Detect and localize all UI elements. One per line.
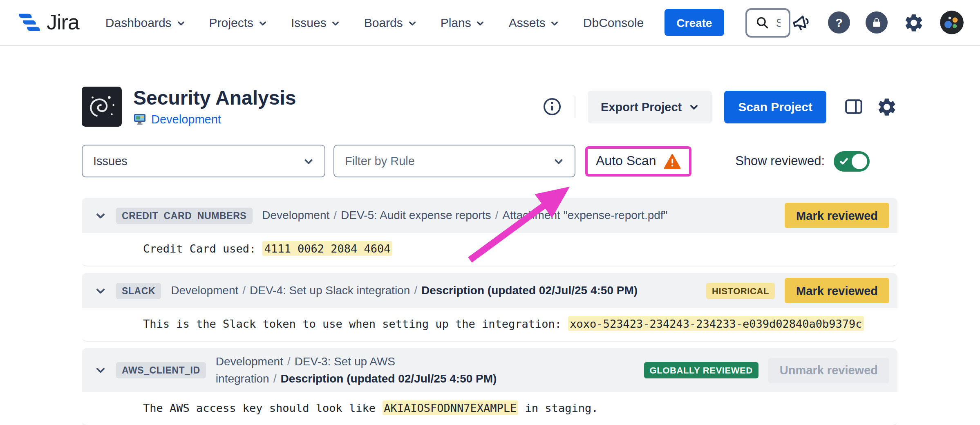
export-project-label: Export Project: [601, 100, 682, 113]
chevron-down-icon: [303, 156, 314, 166]
chevron-down-icon: [177, 17, 186, 28]
project-header: Security Analysis D: [82, 87, 897, 127]
header-actions: Export Project Scan Project: [542, 90, 897, 123]
nav-item-issues[interactable]: Issues: [291, 16, 340, 29]
sensitive-value-highlight: xoxo-523423-234243-234233-e039d02840a0b9…: [568, 316, 864, 331]
scan-project-button[interactable]: Scan Project: [724, 90, 826, 123]
snippet-text: Credit Card used:: [143, 242, 263, 255]
user-avatar[interactable]: [940, 11, 964, 34]
issues-select-value: Issues: [93, 154, 128, 168]
chevron-down-icon: [550, 17, 559, 28]
path-segment: Development: [262, 208, 329, 221]
nav-item-dashboards[interactable]: Dashboards: [105, 16, 186, 29]
search-input[interactable]: [776, 16, 781, 29]
mark-reviewed-button[interactable]: Mark reviewed: [785, 278, 889, 303]
search-box[interactable]: [745, 8, 790, 37]
nav-item-boards[interactable]: Boards: [364, 16, 417, 29]
path-segment: Description (updated 02/Jul/25 4:50 PM): [280, 372, 497, 385]
chevron-down-icon: [408, 17, 417, 28]
side-panel-icon: [844, 96, 864, 117]
collapse-chevron-icon[interactable]: [95, 210, 106, 221]
settings-button[interactable]: [903, 12, 924, 33]
avatar-image: [940, 11, 964, 34]
announcements-button[interactable]: [790, 11, 812, 34]
jira-logo[interactable]: Jira: [16, 10, 79, 35]
nav-item-label: Projects: [209, 16, 253, 29]
show-reviewed-label: Show reviewed:: [735, 154, 825, 168]
finding-header[interactable]: CREDIT_CARD_NUMBERS Development/DEV-5: A…: [82, 198, 897, 233]
export-project-button[interactable]: Export Project: [588, 90, 712, 123]
info-button[interactable]: [542, 96, 562, 117]
show-reviewed-control: Show reviewed:: [735, 151, 870, 171]
nav-item-label: DbConsole: [583, 16, 644, 29]
nav-item-label: Issues: [291, 16, 327, 29]
check-icon: [839, 157, 848, 166]
chevron-down-icon: [553, 156, 564, 166]
finding-snippet: Credit Card used: 4111 0062 2084 4604: [82, 233, 897, 266]
path-segment: DEV-5: Audit expense reports: [341, 208, 491, 221]
path-segment: Attachment "expense-report.pdf": [502, 208, 667, 221]
finding-header[interactable]: AWS_CLIENT_ID Development/DEV-3: Set up …: [82, 348, 897, 392]
details-panel-button[interactable]: [844, 96, 864, 117]
page-title: Security Analysis: [133, 88, 296, 110]
megaphone-icon: [790, 11, 812, 34]
path-separator: /: [414, 284, 417, 297]
snippet-text: in staging.: [518, 401, 598, 414]
breadcrumb-path: Development/DEV-5: Audit expense reports…: [262, 207, 775, 224]
path-separator: /: [273, 372, 277, 385]
navbar-icon-group: ?: [790, 11, 964, 34]
sensitive-value-highlight: 4111 0062 2084 4604: [263, 241, 392, 256]
path-segment: Description (updated 02/Jul/25 4:50 PM): [421, 284, 638, 297]
project-link[interactable]: Development: [151, 112, 221, 125]
nav-item-assets[interactable]: Assets: [509, 16, 559, 29]
path-segment: DEV-4: Set up Slack integration: [250, 284, 410, 297]
path-separator: /: [333, 208, 337, 221]
path-segment: Development: [171, 284, 238, 297]
status-badge-historical: HISTORICAL: [706, 282, 775, 299]
gear-icon: [876, 96, 897, 117]
path-separator: /: [287, 355, 291, 368]
breadcrumb-path: Development/DEV-3: Set up AWS integratio…: [216, 353, 634, 387]
nav-item-projects[interactable]: Projects: [209, 16, 267, 29]
sensitive-value-highlight: AKIAIOSFODNN7EXAMPLE: [382, 400, 518, 415]
collapse-chevron-icon[interactable]: [95, 365, 106, 376]
findings-list: CREDIT_CARD_NUMBERS Development/DEV-5: A…: [82, 198, 897, 425]
rule-badge: CREDIT_CARD_NUMBERS: [116, 207, 252, 224]
nav-item-label: Assets: [509, 16, 546, 29]
nav-item-plans[interactable]: Plans: [441, 16, 485, 29]
unmark-reviewed-button[interactable]: Unmark reviewed: [768, 358, 889, 383]
finding-card: CREDIT_CARD_NUMBERS Development/DEV-5: A…: [82, 198, 897, 266]
snippet-text: This is the Slack token to use when sett…: [143, 317, 568, 330]
finding-card: SLACK Development/DEV-4: Set up Slack in…: [82, 273, 897, 342]
filter-row: Issues Filter by Rule Auto Scan Sho: [82, 145, 897, 177]
auto-scan-label[interactable]: Auto Scan: [596, 154, 656, 168]
project-avatar: [82, 87, 122, 127]
finding-header[interactable]: SLACK Development/DEV-4: Set up Slack in…: [82, 273, 897, 308]
collapse-chevron-icon[interactable]: [95, 285, 106, 296]
help-button[interactable]: ?: [828, 11, 850, 34]
jira-wordmark: Jira: [47, 10, 79, 35]
nav-item-label: Plans: [441, 16, 471, 29]
project-settings-button[interactable]: [876, 96, 897, 117]
create-button[interactable]: Create: [664, 9, 724, 36]
project-type-icon: [133, 112, 146, 125]
main-content: Security Analysis D: [82, 87, 897, 425]
show-reviewed-toggle[interactable]: [834, 151, 870, 171]
chevron-down-icon: [258, 17, 267, 28]
rule-badge: SLACK: [116, 282, 161, 299]
annotation-highlight-box: Auto Scan: [585, 146, 691, 176]
gear-icon: [903, 12, 924, 33]
issues-select[interactable]: Issues: [82, 145, 325, 177]
nav-item-dbconsole[interactable]: DbConsole: [583, 16, 644, 29]
rule-select-placeholder: Filter by Rule: [345, 154, 415, 168]
chevron-down-icon: [689, 102, 699, 112]
mark-reviewed-button[interactable]: Mark reviewed: [785, 203, 889, 228]
warning-icon: [664, 153, 681, 169]
status-badge-globally-reviewed: GLOBALLY REVIEWED: [644, 362, 758, 378]
chevron-down-icon: [476, 17, 485, 28]
rule-filter-select[interactable]: Filter by Rule: [333, 145, 575, 177]
search-icon: [755, 16, 769, 29]
finding-snippet: The AWS access key should look like AKIA…: [82, 392, 897, 425]
security-button[interactable]: [866, 11, 888, 34]
rule-badge: AWS_CLIENT_ID: [116, 362, 206, 378]
